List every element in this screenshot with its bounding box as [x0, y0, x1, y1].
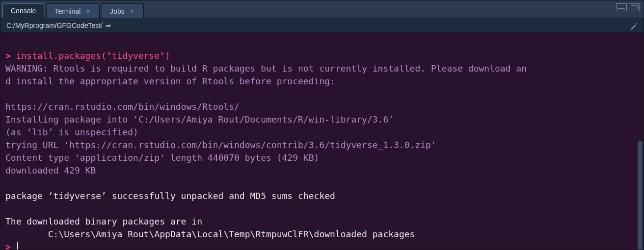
- prompt: >: [5, 242, 16, 250]
- working-dir-path: C:/MyRprogram/GFGCodeTest/: [6, 22, 103, 29]
- trying-url-line: trying URL 'https://cran.rstudio.com/bin…: [5, 140, 436, 150]
- text-cursor: [17, 242, 18, 250]
- minimize-icon[interactable]: [616, 3, 627, 11]
- clear-console-icon[interactable]: [629, 20, 639, 32]
- warning-line: d install the appropriate version of Rto…: [5, 76, 335, 86]
- close-icon[interactable]: ×: [129, 8, 135, 15]
- tab-console-label: Console: [11, 7, 36, 15]
- window-controls: [616, 3, 640, 11]
- goto-dir-icon[interactable]: ➦: [106, 22, 111, 29]
- install-into-line: Installing package into ‘C:/Users/Amiya …: [5, 114, 394, 125]
- tab-terminal-label: Terminal: [54, 7, 80, 15]
- content-type-line: Content type 'application/zip' length 44…: [5, 152, 319, 163]
- tab-terminal[interactable]: Terminal ×: [46, 3, 100, 18]
- rtools-link[interactable]: https://cran.rstudio.com/bin/windows/Rto…: [5, 101, 240, 112]
- maximize-icon[interactable]: [629, 3, 640, 11]
- success-line: package ‘tidyverse’ successfully unpacke…: [5, 191, 335, 201]
- bin-pkgs-path: C:\Users\Amiya Rout\AppData\Local\Temp\R…: [5, 229, 415, 239]
- tab-bar: Console Terminal × Jobs ×: [0, 0, 644, 18]
- close-icon[interactable]: ×: [84, 8, 91, 15]
- command-text: install.packages("tidyverse"): [16, 50, 170, 61]
- downloaded-line: downloaded 429 KB: [5, 165, 96, 175]
- prompt: >: [5, 50, 11, 61]
- tab-jobs-label: Jobs: [110, 7, 125, 15]
- tab-jobs[interactable]: Jobs ×: [102, 3, 144, 18]
- console-output[interactable]: > install.packages("tidyverse") WARNING:…: [0, 33, 644, 250]
- bin-pkgs-line: The downloaded binary packages are in: [5, 216, 202, 226]
- warning-line: WARNING: Rtools is required to build R p…: [5, 63, 527, 74]
- working-dir-bar: C:/MyRprogram/GFGCodeTest/ ➦: [0, 18, 644, 33]
- scrollbar[interactable]: [638, 141, 643, 250]
- lib-unspecified-line: (as ‘lib’ is unspecified): [5, 127, 138, 137]
- tab-console[interactable]: Console: [2, 3, 44, 18]
- console-panel: Console Terminal × Jobs × C:/MyRprogram/…: [0, 0, 644, 250]
